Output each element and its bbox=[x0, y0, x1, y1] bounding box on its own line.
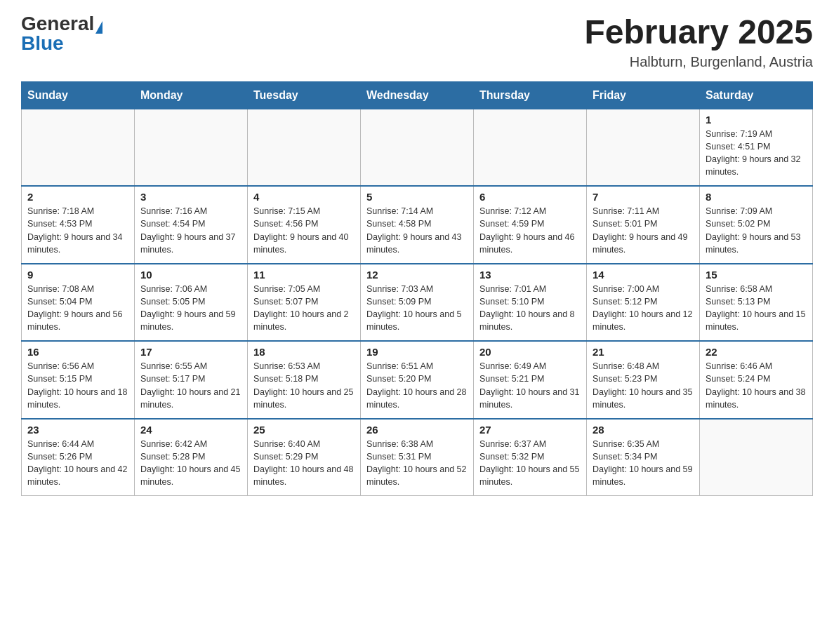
day-number: 8 bbox=[706, 191, 807, 203]
day-info: Sunrise: 7:03 AMSunset: 5:09 PMDaylight:… bbox=[366, 283, 468, 334]
day-info: Sunrise: 6:46 AMSunset: 5:24 PMDaylight:… bbox=[706, 360, 807, 411]
weekday-header-row: SundayMondayTuesdayWednesdayThursdayFrid… bbox=[22, 81, 813, 109]
day-info: Sunrise: 6:42 AMSunset: 5:28 PMDaylight:… bbox=[140, 438, 241, 489]
day-number: 23 bbox=[27, 424, 128, 436]
calendar-cell bbox=[248, 109, 361, 186]
location-subtitle: Halbturn, Burgenland, Austria bbox=[584, 54, 813, 70]
weekday-header-tuesday: Tuesday bbox=[248, 81, 361, 109]
day-number: 3 bbox=[140, 191, 241, 203]
weekday-header-friday: Friday bbox=[587, 81, 700, 109]
calendar-cell: 11Sunrise: 7:05 AMSunset: 5:07 PMDayligh… bbox=[248, 264, 361, 342]
day-info: Sunrise: 7:00 AMSunset: 5:12 PMDaylight:… bbox=[593, 283, 694, 334]
calendar-cell bbox=[474, 109, 587, 186]
calendar-cell bbox=[587, 109, 700, 186]
weekday-header-sunday: Sunday bbox=[22, 81, 135, 109]
month-title: February 2025 bbox=[584, 14, 813, 51]
day-number: 2 bbox=[27, 191, 128, 203]
calendar-cell bbox=[700, 419, 813, 496]
day-number: 4 bbox=[253, 191, 355, 203]
day-info: Sunrise: 6:37 AMSunset: 5:32 PMDaylight:… bbox=[479, 438, 581, 489]
calendar-cell: 1Sunrise: 7:19 AMSunset: 4:51 PMDaylight… bbox=[700, 109, 813, 186]
calendar-week-row: 9Sunrise: 7:08 AMSunset: 5:04 PMDaylight… bbox=[22, 264, 813, 342]
day-info: Sunrise: 7:15 AMSunset: 4:56 PMDaylight:… bbox=[253, 205, 355, 256]
day-info: Sunrise: 7:12 AMSunset: 4:59 PMDaylight:… bbox=[479, 205, 581, 256]
calendar-cell: 16Sunrise: 6:56 AMSunset: 5:15 PMDayligh… bbox=[22, 341, 135, 419]
day-info: Sunrise: 7:19 AMSunset: 4:51 PMDaylight:… bbox=[706, 128, 807, 179]
calendar-cell: 24Sunrise: 6:42 AMSunset: 5:28 PMDayligh… bbox=[135, 419, 248, 496]
day-info: Sunrise: 7:18 AMSunset: 4:53 PMDaylight:… bbox=[27, 205, 128, 256]
calendar-cell: 4Sunrise: 7:15 AMSunset: 4:56 PMDaylight… bbox=[248, 186, 361, 264]
day-info: Sunrise: 7:09 AMSunset: 5:02 PMDaylight:… bbox=[706, 205, 807, 256]
weekday-header-saturday: Saturday bbox=[700, 81, 813, 109]
day-number: 1 bbox=[706, 114, 807, 126]
calendar-cell: 12Sunrise: 7:03 AMSunset: 5:09 PMDayligh… bbox=[361, 264, 474, 342]
day-number: 26 bbox=[366, 424, 468, 436]
calendar-cell: 10Sunrise: 7:06 AMSunset: 5:05 PMDayligh… bbox=[135, 264, 248, 342]
day-number: 9 bbox=[27, 269, 128, 281]
day-number: 13 bbox=[479, 269, 581, 281]
day-info: Sunrise: 7:06 AMSunset: 5:05 PMDaylight:… bbox=[140, 283, 241, 334]
day-info: Sunrise: 6:35 AMSunset: 5:34 PMDaylight:… bbox=[593, 438, 694, 489]
day-number: 12 bbox=[366, 269, 468, 281]
title-block: February 2025 Halbturn, Burgenland, Aust… bbox=[584, 14, 813, 70]
calendar-week-row: 16Sunrise: 6:56 AMSunset: 5:15 PMDayligh… bbox=[22, 341, 813, 419]
day-info: Sunrise: 6:58 AMSunset: 5:13 PMDaylight:… bbox=[706, 283, 807, 334]
day-info: Sunrise: 7:08 AMSunset: 5:04 PMDaylight:… bbox=[27, 283, 128, 334]
day-number: 11 bbox=[253, 269, 355, 281]
logo-text: General bbox=[21, 14, 102, 34]
day-number: 17 bbox=[140, 346, 241, 358]
calendar-cell: 17Sunrise: 6:55 AMSunset: 5:17 PMDayligh… bbox=[135, 341, 248, 419]
calendar-cell: 3Sunrise: 7:16 AMSunset: 4:54 PMDaylight… bbox=[135, 186, 248, 264]
calendar-week-row: 23Sunrise: 6:44 AMSunset: 5:26 PMDayligh… bbox=[22, 419, 813, 496]
day-number: 5 bbox=[366, 191, 468, 203]
day-info: Sunrise: 7:01 AMSunset: 5:10 PMDaylight:… bbox=[479, 283, 581, 334]
day-number: 10 bbox=[140, 269, 241, 281]
day-number: 18 bbox=[253, 346, 355, 358]
calendar-cell bbox=[22, 109, 135, 186]
day-number: 20 bbox=[479, 346, 581, 358]
calendar-cell: 15Sunrise: 6:58 AMSunset: 5:13 PMDayligh… bbox=[700, 264, 813, 342]
day-number: 14 bbox=[593, 269, 694, 281]
calendar-cell: 5Sunrise: 7:14 AMSunset: 4:58 PMDaylight… bbox=[361, 186, 474, 264]
day-info: Sunrise: 6:53 AMSunset: 5:18 PMDaylight:… bbox=[253, 360, 355, 411]
calendar-cell: 9Sunrise: 7:08 AMSunset: 5:04 PMDaylight… bbox=[22, 264, 135, 342]
calendar-cell: 20Sunrise: 6:49 AMSunset: 5:21 PMDayligh… bbox=[474, 341, 587, 419]
day-number: 7 bbox=[593, 191, 694, 203]
day-info: Sunrise: 6:56 AMSunset: 5:15 PMDaylight:… bbox=[27, 360, 128, 411]
calendar-cell: 2Sunrise: 7:18 AMSunset: 4:53 PMDaylight… bbox=[22, 186, 135, 264]
day-number: 22 bbox=[706, 346, 807, 358]
day-info: Sunrise: 6:49 AMSunset: 5:21 PMDaylight:… bbox=[479, 360, 581, 411]
logo-general: General bbox=[21, 13, 94, 34]
calendar-week-row: 1Sunrise: 7:19 AMSunset: 4:51 PMDaylight… bbox=[22, 109, 813, 186]
logo-blue: Blue bbox=[21, 34, 64, 53]
day-info: Sunrise: 7:16 AMSunset: 4:54 PMDaylight:… bbox=[140, 205, 241, 256]
day-number: 19 bbox=[366, 346, 468, 358]
calendar-cell: 13Sunrise: 7:01 AMSunset: 5:10 PMDayligh… bbox=[474, 264, 587, 342]
day-info: Sunrise: 6:44 AMSunset: 5:26 PMDaylight:… bbox=[27, 438, 128, 489]
calendar-cell: 26Sunrise: 6:38 AMSunset: 5:31 PMDayligh… bbox=[361, 419, 474, 496]
day-info: Sunrise: 6:51 AMSunset: 5:20 PMDaylight:… bbox=[366, 360, 468, 411]
day-info: Sunrise: 7:11 AMSunset: 5:01 PMDaylight:… bbox=[593, 205, 694, 256]
weekday-header-thursday: Thursday bbox=[474, 81, 587, 109]
day-number: 21 bbox=[593, 346, 694, 358]
day-number: 24 bbox=[140, 424, 241, 436]
logo-triangle-icon bbox=[95, 21, 102, 34]
calendar-cell: 28Sunrise: 6:35 AMSunset: 5:34 PMDayligh… bbox=[587, 419, 700, 496]
day-info: Sunrise: 6:40 AMSunset: 5:29 PMDaylight:… bbox=[253, 438, 355, 489]
calendar-cell: 18Sunrise: 6:53 AMSunset: 5:18 PMDayligh… bbox=[248, 341, 361, 419]
calendar-cell: 6Sunrise: 7:12 AMSunset: 4:59 PMDaylight… bbox=[474, 186, 587, 264]
logo: General Blue bbox=[21, 14, 102, 53]
calendar-cell: 8Sunrise: 7:09 AMSunset: 5:02 PMDaylight… bbox=[700, 186, 813, 264]
day-number: 27 bbox=[479, 424, 581, 436]
calendar-cell bbox=[361, 109, 474, 186]
calendar-cell: 25Sunrise: 6:40 AMSunset: 5:29 PMDayligh… bbox=[248, 419, 361, 496]
calendar-cell: 23Sunrise: 6:44 AMSunset: 5:26 PMDayligh… bbox=[22, 419, 135, 496]
page-header: General Blue February 2025 Halbturn, Bur… bbox=[21, 14, 813, 70]
calendar-cell: 19Sunrise: 6:51 AMSunset: 5:20 PMDayligh… bbox=[361, 341, 474, 419]
calendar-table: SundayMondayTuesdayWednesdayThursdayFrid… bbox=[21, 81, 813, 497]
day-info: Sunrise: 7:05 AMSunset: 5:07 PMDaylight:… bbox=[253, 283, 355, 334]
day-number: 28 bbox=[593, 424, 694, 436]
calendar-cell bbox=[135, 109, 248, 186]
day-info: Sunrise: 6:38 AMSunset: 5:31 PMDaylight:… bbox=[366, 438, 468, 489]
day-number: 16 bbox=[27, 346, 128, 358]
